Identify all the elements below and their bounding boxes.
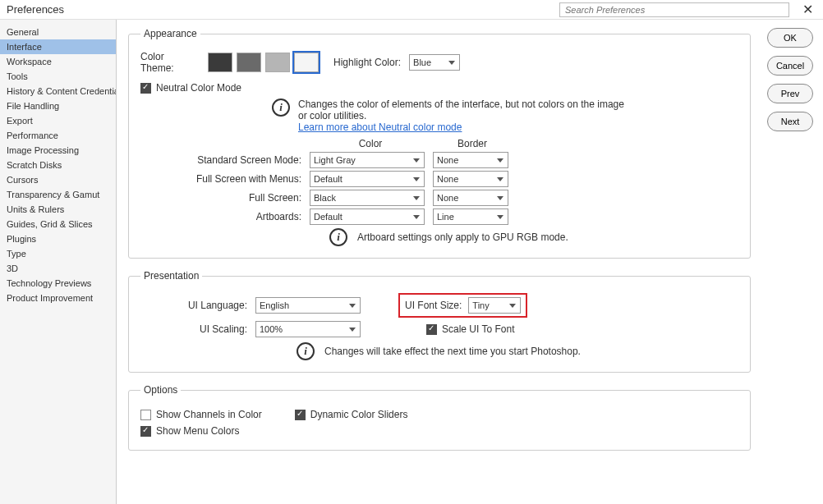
neutral-color-label: Neutral Color Mode [156,82,241,94]
show-menu-colors-label: Show Menu Colors [156,425,239,437]
sidebar-item-general[interactable]: General [0,25,116,39]
ui-language-label: UI Language: [140,300,247,311]
dynamic-sliders-label: Dynamic Color Sliders [310,409,408,420]
neutral-desc: Changes the color of elements of the int… [298,99,627,121]
mode-border-select-2[interactable]: None [433,190,508,206]
show-channels-checkbox[interactable] [140,410,151,420]
mode-color-select-3[interactable]: Default [310,208,425,225]
appearance-legend: Appearance [140,28,200,39]
presentation-legend: Presentation [140,270,202,282]
mode-label-1: Full Screen with Menus: [178,173,301,185]
mode-label-3: Artboards: [178,211,301,222]
next-button[interactable]: Next [767,112,813,131]
dynamic-sliders-checkbox[interactable] [295,410,306,420]
sidebar-item-export[interactable]: Export [0,113,116,128]
sidebar-item-3d[interactable]: 3D [0,261,116,276]
mode-color-select-1[interactable]: Default [310,171,425,187]
mode-border-select-1[interactable]: None [433,171,508,187]
theme-swatches [208,53,319,72]
sidebar-item-workspace[interactable]: Workspace [0,54,116,69]
ui-scaling-label: UI Scaling: [140,323,247,335]
mode-label-2: Full Screen: [178,192,301,204]
sidebar-item-tools[interactable]: Tools [0,69,116,84]
options-group: Options Show Channels in Color Dynamic C… [128,384,751,451]
theme-swatch-2[interactable] [265,53,290,72]
ui-font-size-label: UI Font Size: [405,300,462,311]
sidebar-item-units-rulers[interactable]: Units & Rulers [0,202,116,217]
window-title: Preferences [7,3,64,16]
mode-border-select-0[interactable]: None [433,152,508,168]
neutral-color-checkbox[interactable] [140,83,151,94]
highlight-color-select[interactable]: Blue [409,54,460,71]
prev-button[interactable]: Prev [767,84,813,103]
ok-button[interactable]: OK [767,28,813,48]
sidebar-item-type[interactable]: Type [0,246,116,261]
sidebar-item-plugins[interactable]: Plugins [0,231,116,246]
cancel-button[interactable]: Cancel [767,56,813,76]
ui-scaling-select[interactable]: 100% [255,321,361,337]
sidebar-item-image-processing[interactable]: Image Processing [0,143,116,158]
scale-ui-to-font-label: Scale UI To Font [442,323,515,335]
presentation-group: Presentation UI Language: English UI Fon… [128,270,751,373]
scale-ui-to-font-checkbox[interactable] [426,324,437,335]
options-legend: Options [140,384,181,396]
sidebar-item-product-improvement[interactable]: Product Improvement [0,291,116,305]
theme-swatch-3[interactable] [294,53,319,72]
neutral-learn-more-link[interactable]: Learn more about Neutral color mode [298,121,627,133]
sidebar-item-file-handling[interactable]: File Handling [0,99,116,113]
mode-label-0: Standard Screen Mode: [178,154,301,166]
close-icon[interactable]: ✕ [799,2,816,17]
color-theme-label: Color Theme: [140,51,200,74]
sidebar-item-transparency-gamut[interactable]: Transparency & Gamut [0,187,116,202]
sidebar-item-history-content-credentials[interactable]: History & Content Credentials [0,84,116,99]
show-menu-colors-checkbox[interactable] [140,426,151,437]
theme-swatch-0[interactable] [208,53,232,72]
sidebar-item-cursors[interactable]: Cursors [0,172,116,187]
ui-language-select[interactable]: English [255,297,361,314]
info-icon: i [297,342,315,360]
sidebar-item-interface[interactable]: Interface [0,39,116,54]
border-column-header: Border [431,138,513,149]
sidebar: GeneralInterfaceWorkspaceToolsHistory & … [0,20,117,504]
sidebar-item-performance[interactable]: Performance [0,128,116,143]
info-icon: i [272,99,290,117]
appearance-group: Appearance Color Theme: Highlight Color:… [128,28,751,259]
mode-color-select-2[interactable]: Black [310,190,425,206]
info-icon: i [329,228,347,246]
mode-color-select-0[interactable]: Light Gray [310,152,425,168]
sidebar-item-scratch-disks[interactable]: Scratch Disks [0,158,116,172]
highlight-color-label: Highlight Color: [333,57,401,68]
sidebar-item-guides-grid-slices[interactable]: Guides, Grid & Slices [0,217,116,231]
show-channels-label: Show Channels in Color [156,409,262,420]
color-column-header: Color [310,138,431,149]
search-input[interactable] [559,2,789,17]
restart-note: Changes will take effect the next time y… [324,346,581,357]
artboard-note: Artboard settings only apply to GPU RGB … [357,231,568,243]
sidebar-item-technology-previews[interactable]: Technology Previews [0,276,116,291]
mode-border-select-3[interactable]: Line [433,208,508,225]
ui-font-size-select[interactable]: Tiny [468,297,521,314]
theme-swatch-1[interactable] [237,53,261,72]
ui-font-size-highlight: UI Font Size: Tiny [398,293,527,318]
